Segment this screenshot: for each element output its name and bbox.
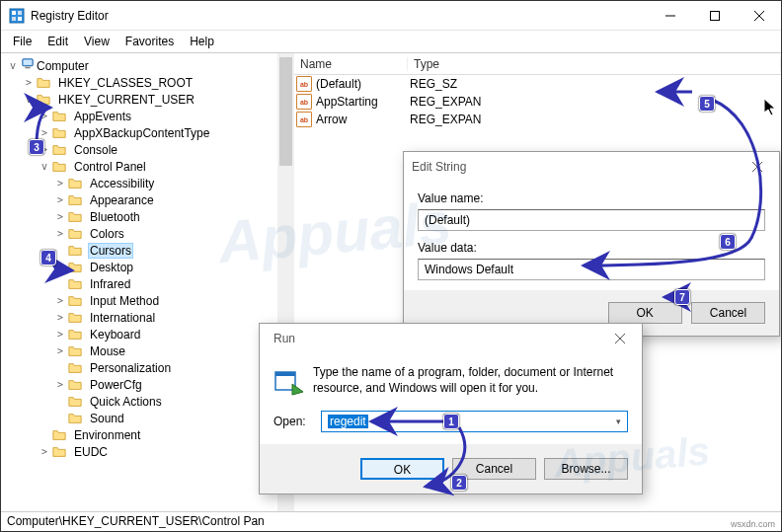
folder-icon	[68, 343, 84, 359]
tree-item[interactable]: EUDC	[72, 445, 110, 459]
menu-view[interactable]: View	[76, 33, 117, 50]
expand-icon[interactable]: v	[21, 95, 37, 105]
ok-button[interactable]: OK	[608, 302, 682, 324]
browse-button[interactable]: Browse...	[544, 458, 628, 480]
run-dialog: Run Type the name of a program, folder, …	[259, 323, 643, 494]
tree-control-panel[interactable]: Control Panel	[72, 160, 148, 174]
annotation-badge: 5	[699, 96, 715, 112]
folder-icon	[37, 92, 52, 108]
annotation-badge: 7	[674, 289, 690, 305]
close-button[interactable]	[735, 152, 779, 182]
value-data-input[interactable]	[418, 259, 765, 280]
tree-item[interactable]: Bluetooth	[88, 210, 142, 224]
folder-icon	[68, 243, 84, 259]
tree-item[interactable]: Keyboard	[88, 328, 142, 342]
tree-item[interactable]: Infrared	[88, 277, 132, 291]
column-header-type[interactable]: Type	[408, 57, 781, 71]
open-value: regedit	[328, 415, 368, 428]
folder-icon	[68, 192, 84, 208]
string-icon: ab	[296, 112, 312, 127]
titlebar: Registry Editor	[1, 1, 781, 31]
close-button[interactable]	[597, 324, 642, 353]
minimize-button[interactable]	[648, 1, 692, 31]
string-icon: ab	[296, 76, 312, 92]
svg-rect-4	[18, 17, 22, 21]
tree-item[interactable]: Appearance	[88, 193, 156, 207]
open-combobox[interactable]: regedit ▾	[321, 411, 628, 432]
folder-icon	[68, 293, 84, 309]
svg-rect-2	[18, 11, 22, 15]
tree-item[interactable]: Quick Actions	[88, 395, 164, 409]
tree-item[interactable]: Accessibility	[88, 177, 156, 190]
ok-button[interactable]: OK	[360, 458, 444, 480]
tree-item[interactable]: Colors	[88, 227, 126, 241]
folder-icon	[52, 444, 68, 460]
annotation-badge: 3	[29, 139, 44, 155]
svg-rect-1	[12, 11, 16, 15]
folder-icon	[52, 109, 68, 124]
tree-item[interactable]: AppEvents	[72, 110, 133, 123]
svg-rect-11	[25, 67, 30, 69]
string-icon: ab	[296, 94, 312, 110]
folder-icon	[68, 377, 84, 393]
value-name-label: Value name:	[418, 191, 765, 205]
value-data-label: Value data:	[418, 241, 765, 255]
folder-icon	[68, 327, 84, 342]
menu-edit[interactable]: Edit	[39, 33, 76, 50]
column-header-name[interactable]: Name	[294, 57, 408, 71]
folder-icon	[68, 360, 84, 376]
folder-icon	[68, 411, 84, 426]
tree-item[interactable]: Environment	[72, 428, 142, 442]
expand-icon[interactable]: v	[5, 61, 21, 71]
tree-item[interactable]: HKEY_CLASSES_ROOT	[56, 76, 195, 90]
regedit-icon	[9, 8, 25, 24]
folder-icon	[68, 394, 84, 410]
tree-item[interactable]: Console	[72, 143, 119, 157]
dialog-title: Run	[274, 332, 597, 345]
tree-item[interactable]: Input Method	[88, 294, 161, 308]
window-title: Registry Editor	[31, 9, 648, 23]
tree-item[interactable]: Sound	[88, 412, 126, 425]
menu-favorites[interactable]: Favorites	[117, 33, 182, 50]
folder-icon	[68, 209, 84, 225]
folder-icon	[52, 427, 68, 443]
svg-rect-3	[12, 17, 16, 21]
menubar: File Edit View Favorites Help	[1, 31, 781, 52]
tree-hkcu[interactable]: HKEY_CURRENT_USER	[56, 93, 196, 107]
svg-rect-10	[24, 60, 33, 65]
tree-item[interactable]: Mouse	[88, 344, 127, 358]
tree-item[interactable]: International	[88, 311, 157, 325]
credit-text: wsxdn.com	[731, 519, 775, 529]
value-name-input[interactable]	[418, 209, 765, 231]
annotation-badge: 1	[443, 414, 459, 429]
close-button[interactable]	[737, 1, 781, 31]
statusbar: Computer\HKEY_CURRENT_USER\Control Pan	[1, 511, 781, 531]
folder-icon	[68, 176, 84, 191]
tree-item[interactable]: AppXBackupContentType	[72, 126, 211, 140]
folder-icon	[37, 75, 52, 91]
list-row[interactable]: ab(Default)REG_SZ	[294, 75, 781, 93]
tree-item[interactable]: PowerCfg	[88, 378, 144, 392]
folder-icon	[68, 310, 84, 326]
svg-rect-6	[710, 12, 719, 21]
mouse-pointer-icon	[763, 98, 777, 117]
tree-pane[interactable]: vComputer >HKEY_CLASSES_ROOT vHKEY_CURRE…	[1, 53, 277, 511]
cancel-button[interactable]: Cancel	[691, 302, 765, 324]
folder-icon	[52, 142, 68, 158]
chevron-down-icon[interactable]: ▾	[616, 417, 621, 426]
list-row[interactable]: abArrowREG_EXPAN	[294, 111, 781, 128]
annotation-badge: 6	[720, 234, 736, 250]
menu-file[interactable]: File	[5, 33, 39, 50]
annotation-badge: 4	[40, 250, 56, 266]
run-description: Type the name of a program, folder, docu…	[313, 365, 628, 399]
tree-item[interactable]: Personalization	[88, 361, 173, 375]
expand-icon[interactable]: >	[21, 78, 37, 88]
open-label: Open:	[274, 415, 321, 428]
tree-root[interactable]: Computer	[35, 59, 91, 73]
tree-cursors[interactable]: Cursors	[88, 243, 133, 259]
folder-icon	[68, 260, 84, 275]
tree-item[interactable]: Desktop	[88, 261, 135, 274]
menu-help[interactable]: Help	[182, 33, 222, 50]
folder-icon	[68, 226, 84, 242]
maximize-button[interactable]	[692, 1, 737, 31]
